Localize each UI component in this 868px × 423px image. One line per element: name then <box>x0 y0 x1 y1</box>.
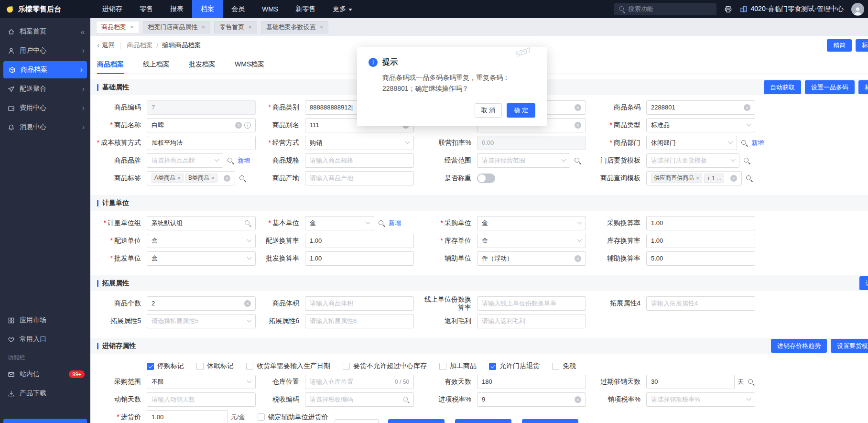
flag-store-return[interactable]: 允许门店退货 <box>489 362 540 370</box>
close-icon[interactable] <box>202 24 206 30</box>
search-icon[interactable] <box>743 157 750 164</box>
search-icon[interactable] <box>402 396 409 403</box>
online-unit-rate-field[interactable]: 请输入线上单位份数换算率 <box>477 296 586 311</box>
sidebar-item-delivery[interactable]: 配送聚合 › <box>0 79 90 98</box>
checkbox-icon[interactable] <box>489 363 496 370</box>
warehouse-location-field[interactable]: 请输入仓库位置0 / 50 <box>305 375 414 389</box>
partial-button[interactable] <box>455 419 511 423</box>
input-tax-rate-field[interactable]: 9 <box>477 392 586 407</box>
cancel-button[interactable]: 取 消 <box>475 103 502 118</box>
close-icon[interactable] <box>696 175 699 181</box>
origin-field[interactable]: 请输入商品产地 <box>305 171 414 185</box>
menu-report[interactable]: 报表 <box>162 0 192 18</box>
clear-icon[interactable] <box>575 122 581 129</box>
search-icon[interactable] <box>244 220 251 227</box>
product-type-select[interactable]: 标准品 <box>646 118 755 132</box>
search-input[interactable]: 搜索功能 <box>614 3 716 15</box>
spec-field[interactable]: 请输入商品规格 <box>305 153 414 168</box>
printer-icon[interactable] <box>724 5 732 13</box>
output-tax-rate-select[interactable]: 请选择销项税率% <box>646 392 755 407</box>
flag-production-date[interactable]: 收货单需要输入生产日期 <box>246 362 330 370</box>
menu-more[interactable]: 更多 <box>324 0 361 18</box>
menu-inventory[interactable]: 进销存 <box>94 0 131 18</box>
tab-product-archive[interactable]: 商品档案 <box>97 55 124 74</box>
clear-icon[interactable] <box>224 175 230 182</box>
sidebar-item-fee-center[interactable]: 费用中心 › <box>0 98 90 118</box>
search-icon[interactable] <box>378 220 385 227</box>
close-icon[interactable] <box>177 175 181 181</box>
clear-icon[interactable] <box>575 255 581 262</box>
sidebar-item-user-center[interactable]: 用户中心 › <box>0 41 90 60</box>
close-icon[interactable] <box>248 24 252 30</box>
checkbox-icon[interactable] <box>439 363 446 370</box>
search-icon[interactable] <box>239 175 246 182</box>
menu-archive[interactable]: 档案 <box>192 0 223 18</box>
product-volume-field[interactable]: 请输入商品体积 <box>305 296 414 311</box>
delivery-unit-select[interactable]: 盒 <box>147 234 256 248</box>
partial-button[interactable] <box>522 419 578 423</box>
breadcrumb-parent[interactable]: 商品档案 <box>127 41 152 50</box>
product-count-field[interactable]: 2 <box>147 296 256 311</box>
tax-code-field[interactable]: 请选择税收编码 <box>305 392 414 407</box>
sidebar-item-product-archive[interactable]: 商品档案 › <box>3 61 87 78</box>
aux-unit-field[interactable]: 件（浮动） <box>477 251 586 266</box>
sidebar-item-favorites[interactable]: 常用入口 <box>0 330 90 349</box>
multi-barcode-button[interactable]: 设置一品多码 <box>805 80 855 94</box>
page-tab-basic-params[interactable]: 基础档案参数设置 <box>261 21 329 33</box>
product-barcode-field[interactable]: 2288801 <box>646 100 755 115</box>
weigh-toggle[interactable] <box>477 174 495 183</box>
menu-retail[interactable]: 零售 <box>131 0 162 18</box>
clear-icon[interactable] <box>730 175 737 182</box>
menu-new-retail[interactable]: 新零售 <box>287 0 324 18</box>
checkbox-icon[interactable] <box>196 363 204 370</box>
expiry-push-days-field[interactable]: 30 <box>646 375 735 389</box>
search-icon[interactable] <box>574 157 581 164</box>
page-tab-product-archive[interactable]: 商品档案 <box>96 21 139 33</box>
clear-icon[interactable] <box>575 396 581 403</box>
rebate-margin-field[interactable]: 请输入返利毛利 <box>477 314 586 328</box>
add-unit-link[interactable]: 新增 <box>389 219 401 228</box>
query-template-field[interactable]: 供应商直供商品 + 1 ... <box>646 171 742 185</box>
store-selector[interactable]: 4020-喜临门零食测试-管理中心 <box>740 5 844 13</box>
compact-mode-button[interactable]: 精简 <box>827 39 852 52</box>
page-tab-retail-home[interactable]: 零售首页 <box>214 21 257 33</box>
purchase-rate-field[interactable]: 1.00 <box>646 216 755 230</box>
checkbox-icon[interactable] <box>246 363 253 370</box>
checkbox-icon[interactable] <box>258 413 265 421</box>
search-icon[interactable] <box>748 379 754 385</box>
clipped-recognize-button[interactable]: 识别 <box>859 276 868 290</box>
stock-unit-select[interactable]: 盒 <box>477 234 586 248</box>
ext-attr6-field[interactable]: 请输入拓展属性6 <box>305 314 414 328</box>
operation-mode-select[interactable]: 购销 <box>305 136 414 150</box>
wholesale-unit-select[interactable]: 盒 <box>147 251 256 266</box>
checkbox-icon[interactable] <box>147 363 154 370</box>
clear-icon[interactable] <box>575 104 581 111</box>
lock-aux-price-checkbox[interactable]: 锁定辅助单位进货价 <box>258 413 328 422</box>
menu-member[interactable]: 会员 <box>223 0 253 18</box>
page-tab-store-attrs[interactable]: 档案门店商品属性 <box>143 21 211 33</box>
ext-attr5-select[interactable]: 请选择拓展属性5 <box>147 314 256 328</box>
partial-button[interactable] <box>335 419 379 423</box>
sidebar-item-product-download[interactable]: 产品下载 <box>0 384 90 403</box>
tab-wholesale-archive[interactable]: 批发档案 <box>189 55 216 74</box>
user-avatar[interactable] <box>851 3 864 16</box>
flag-dormant[interactable]: 休眠标记 <box>196 362 234 370</box>
sidebar-item-inbox[interactable]: 站内信 99+ <box>0 365 90 384</box>
unit-group-field[interactable]: 系统默认组 <box>147 216 256 230</box>
checkbox-icon[interactable] <box>343 363 350 370</box>
auto-fetch-button[interactable]: 自动获取 <box>764 80 801 94</box>
collapse-sidebar-icon[interactable]: « <box>81 28 85 36</box>
search-icon[interactable] <box>746 175 752 182</box>
tag-chip[interactable]: B类商品 <box>185 174 217 183</box>
sidebar-item-app-market[interactable]: 应用市场 <box>0 311 90 330</box>
flag-no-exceed-stock[interactable]: 要货不允许超过中心库存 <box>343 362 427 370</box>
close-icon[interactable] <box>130 24 134 30</box>
stock-rate-field[interactable]: 1.00 <box>646 234 755 248</box>
flag-tax-free[interactable]: 免税 <box>552 362 576 370</box>
department-select[interactable]: 休闲部门 <box>646 136 737 150</box>
tag-chip[interactable]: 供应商直供商品 <box>651 174 702 183</box>
close-icon[interactable] <box>211 175 215 181</box>
purchase-unit-select[interactable]: 盒 <box>477 216 586 230</box>
product-name-field[interactable]: 白啤 <box>147 118 256 132</box>
sidebar-item-help-partial[interactable]: 帮助中心 <box>3 419 87 423</box>
